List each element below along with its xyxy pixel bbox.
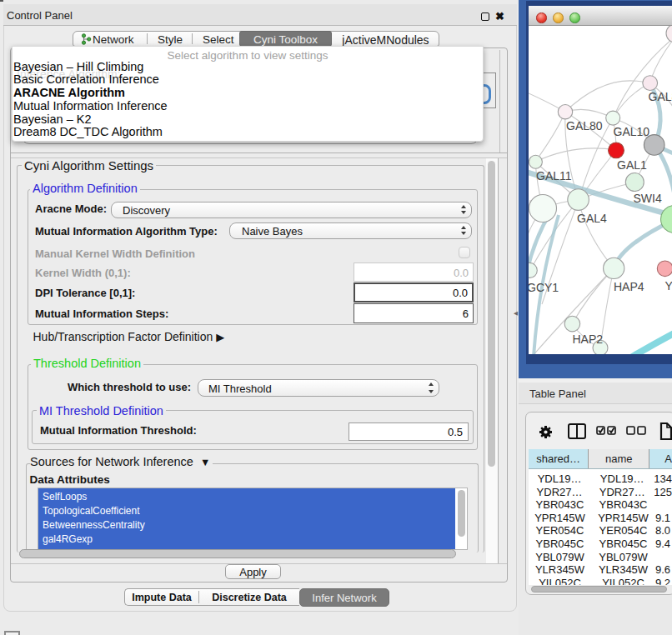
svg-text:HAP4: HAP4 (614, 280, 644, 293)
svg-text:HAP2: HAP2 (573, 332, 604, 346)
svg-text:GAL1: GAL1 (617, 158, 647, 172)
svg-text:GCY1: GCY1 (529, 281, 559, 294)
svg-text:GAL4: GAL4 (577, 212, 607, 225)
svg-text:GAL11: GAL11 (536, 169, 572, 182)
svg-text:GAL80: GAL80 (649, 90, 672, 103)
svg-text:SWI4: SWI4 (634, 192, 662, 205)
svg-text:GAL10: GAL10 (614, 125, 650, 138)
svg-text:YJL: YJL (665, 279, 672, 292)
svg-text:GAL80: GAL80 (566, 119, 603, 132)
